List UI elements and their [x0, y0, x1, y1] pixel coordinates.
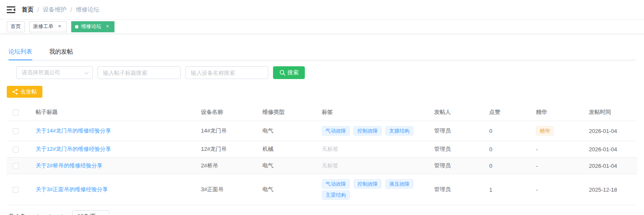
device-name-cell: 12#龙门吊 — [197, 141, 258, 158]
post-time-cell: 2026-01-04 — [585, 141, 637, 158]
post-title-link[interactable]: 关于3#正面吊的维修经验分享 — [36, 186, 108, 192]
essence-dash: - — [536, 163, 538, 169]
column-header: 标签 — [318, 104, 430, 121]
posts-table: 帖子标题设备名称维修类型标签发帖人点赞精华发帖时间 关于14#龙门吊的维修经验分… — [7, 104, 637, 205]
tag-label: 维修论坛 — [81, 23, 101, 30]
post-title-link[interactable]: 关于14#龙门吊的维修经验分享 — [36, 127, 111, 134]
posts-table-wrap: 帖子标题设备名称维修类型标签发帖人点赞精华发帖时间 关于14#龙门吊的维修经验分… — [7, 104, 637, 205]
search-button-label: 搜索 — [287, 69, 298, 76]
column-header: 设备名称 — [197, 104, 258, 121]
essence-cell: - — [532, 141, 585, 158]
tags-view-item[interactable]: 派修工单× — [29, 21, 67, 32]
column-header: 发帖时间 — [585, 104, 637, 121]
table-row: 关于14#龙门吊的维修经验分享14#龙门吊电气气动故障控制故障支腿结构管理员0精… — [7, 121, 637, 141]
post-time-cell: 2026-01-04 — [585, 121, 637, 141]
fold-icon-svg — [7, 6, 15, 14]
breadcrumb-item[interactable]: 设备维护 — [43, 6, 67, 14]
poster-cell: 管理员 — [430, 121, 485, 141]
column-header: 帖子标题 — [31, 104, 197, 121]
tag-pill: 气动故障 — [322, 179, 350, 189]
row-checkbox[interactable] — [13, 128, 19, 134]
tags-cell: 气动故障控制故障液压故障主梁结构 — [318, 174, 430, 205]
tags-view-item[interactable]: 维修论坛× — [71, 21, 114, 32]
breadcrumb-separator: / — [37, 6, 39, 13]
sidebar-fold-icon[interactable] — [6, 6, 16, 14]
column-header: 维修类型 — [258, 104, 318, 121]
essence-badge: 精华 — [536, 126, 554, 136]
post-title-cell: 关于12#龙门吊的维修经验分享 — [31, 141, 197, 158]
row-checkbox[interactable] — [13, 163, 19, 169]
tag-close-icon[interactable]: × — [104, 23, 111, 30]
table-header-row: 帖子标题设备名称维修类型标签发帖人点赞精华发帖时间 — [7, 104, 637, 121]
column-header: 发帖人 — [430, 104, 485, 121]
post-title-link[interactable]: 关于2#桥吊的维修经验分享 — [36, 162, 102, 169]
tags-cell: 无标签 — [318, 141, 430, 158]
breadcrumb: 首页/设备维护/维修论坛 — [22, 6, 100, 14]
repair-type-cell: 电气 — [258, 174, 318, 205]
post-title-cell: 关于14#龙门吊的维修经验分享 — [31, 121, 197, 141]
select-all-checkbox[interactable] — [13, 110, 19, 116]
device-name-cell: 3#正面吊 — [197, 174, 258, 205]
row-checkbox-cell — [7, 141, 31, 158]
header-checkbox-cell — [7, 104, 31, 121]
tag-pill: 气动故障 — [322, 126, 350, 136]
column-header: 点赞 — [485, 104, 532, 121]
repair-type-cell: 电气 — [258, 158, 318, 174]
tag-pill: 控制故障 — [354, 179, 382, 189]
poster-cell: 管理员 — [430, 158, 485, 174]
page-size-select[interactable]: 10条/页 — [72, 210, 109, 215]
post-title-cell: 关于3#正面吊的维修经验分享 — [31, 174, 197, 205]
breadcrumb-item[interactable]: 维修论坛 — [76, 6, 100, 14]
poster-cell: 管理员 — [430, 141, 485, 158]
post-title-search-input[interactable] — [98, 66, 181, 79]
no-tag-label: 无标签 — [322, 162, 338, 169]
tags-view-item[interactable]: 首页 — [7, 21, 25, 32]
likes-cell: 0 — [485, 158, 532, 174]
tab-my-posts[interactable]: 我的发帖 — [49, 43, 73, 60]
table-row: 关于3#正面吊的维修经验分享3#正面吊电气气动故障控制故障液压故障主梁结构管理员… — [7, 174, 637, 205]
breadcrumb-separator: / — [70, 6, 72, 13]
next-page-button[interactable] — [56, 210, 68, 215]
tag-pill: 控制故障 — [354, 126, 382, 136]
post-time-cell: 2025-12-18 — [585, 174, 637, 205]
table-row: 关于12#龙门吊的维修经验分享12#龙门吊机械无标签管理员0-2026-01-0… — [7, 141, 637, 158]
prev-page-button[interactable] — [32, 210, 44, 215]
essence-dash: - — [536, 146, 538, 153]
main-content: 论坛列表 我的发帖 请选择所属公司 搜索 去发帖 — [0, 43, 644, 215]
likes-cell: 0 — [485, 141, 532, 158]
go-post-button[interactable]: 去发帖 — [7, 86, 42, 98]
tags-view-bar: 首页派修工单×维修论坛× — [0, 20, 644, 34]
device-name-cell: 2#桥吊 — [197, 158, 258, 174]
breadcrumb-item[interactable]: 首页 — [22, 6, 33, 14]
tag-active-dot-icon — [75, 25, 78, 28]
tags-cell: 无标签 — [318, 158, 430, 174]
tag-label: 派修工单 — [33, 23, 53, 30]
row-checkbox-cell — [7, 121, 31, 141]
device-name-search-input[interactable] — [185, 66, 268, 79]
likes-cell: 0 — [485, 121, 532, 141]
tag-pill: 支腿结构 — [385, 126, 413, 136]
search-icon — [279, 70, 285, 76]
tag-label: 首页 — [11, 23, 21, 30]
top-navbar: 首页/设备维护/维修论坛 — [0, 0, 644, 20]
tag-pill: 主梁结构 — [322, 190, 350, 200]
post-title-cell: 关于2#桥吊的维修经验分享 — [31, 158, 197, 174]
post-title-link[interactable]: 关于12#龙门吊的维修经验分享 — [36, 146, 111, 152]
column-header: 精华 — [532, 104, 585, 121]
likes-cell: 1 — [485, 174, 532, 205]
essence-cell: - — [532, 158, 585, 174]
tab-forum-list[interactable]: 论坛列表 — [8, 43, 32, 60]
search-button[interactable]: 搜索 — [273, 66, 305, 79]
go-post-button-label: 去发帖 — [20, 88, 37, 96]
essence-dash: - — [536, 187, 538, 193]
row-checkbox[interactable] — [13, 187, 19, 193]
pagination-total: 共 4 条 — [8, 212, 25, 215]
chevron-down-icon — [84, 70, 89, 74]
tag-close-icon[interactable]: × — [56, 23, 63, 30]
essence-cell: - — [532, 174, 585, 205]
company-select[interactable]: 请选择所属公司 — [16, 66, 93, 79]
company-select-placeholder: 请选择所属公司 — [22, 69, 60, 76]
device-name-cell: 14#龙门吊 — [197, 121, 258, 141]
row-checkbox[interactable] — [13, 147, 19, 153]
page-number-1[interactable]: 1 — [44, 213, 56, 215]
